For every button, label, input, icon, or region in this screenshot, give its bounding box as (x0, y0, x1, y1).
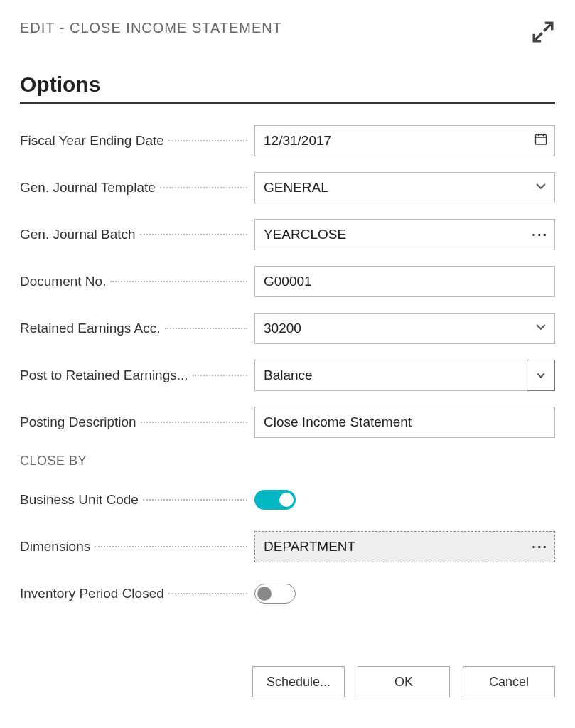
gen-journal-template-input[interactable] (254, 172, 555, 203)
label-document-no: Document No. (20, 274, 254, 289)
expand-icon[interactable] (531, 20, 555, 44)
label-gen-journal-batch: Gen. Journal Batch (20, 227, 254, 242)
label-retained-earnings-acc: Retained Earnings Acc. (20, 321, 254, 336)
business-unit-code-toggle[interactable] (254, 490, 296, 510)
label-business-unit-code: Business Unit Code (20, 492, 254, 508)
row-posting-description: Posting Description (20, 407, 555, 438)
row-retained-earnings-acc: Retained Earnings Acc. (20, 313, 555, 344)
row-fiscal-year-ending-date: Fiscal Year Ending Date (20, 125, 555, 156)
options-heading: Options (20, 73, 555, 97)
dimensions-input[interactable]: DEPARTMENT (254, 531, 555, 562)
fiscal-year-ending-date-input[interactable] (254, 125, 555, 156)
row-inventory-period-closed: Inventory Period Closed (20, 578, 555, 609)
dimensions-value: DEPARTMENT (264, 539, 355, 555)
label-fiscal-year-ending-date: Fiscal Year Ending Date (20, 133, 254, 149)
label-inventory-period-closed: Inventory Period Closed (20, 586, 254, 601)
label-post-to-retained-earnings: Post to Retained Earnings... (20, 368, 254, 383)
close-by-group-label: CLOSE BY (20, 454, 555, 469)
label-gen-journal-template: Gen. Journal Template (20, 180, 254, 196)
post-to-retained-earnings-select[interactable] (254, 360, 555, 391)
row-post-to-retained-earnings: Post to Retained Earnings... (20, 360, 555, 391)
posting-description-input[interactable] (254, 407, 555, 438)
ok-button[interactable]: OK (358, 666, 450, 697)
cancel-button[interactable]: Cancel (463, 666, 555, 697)
label-posting-description: Posting Description (20, 414, 254, 430)
inventory-period-closed-toggle[interactable] (254, 584, 296, 604)
row-gen-journal-template: Gen. Journal Template (20, 172, 555, 203)
gen-journal-batch-input[interactable] (254, 219, 555, 250)
page-title: EDIT - CLOSE INCOME STATEMENT (20, 20, 282, 36)
row-document-no: Document No. (20, 266, 555, 297)
row-dimensions: Dimensions DEPARTMENT ··· (20, 531, 555, 562)
label-dimensions: Dimensions (20, 539, 254, 555)
dialog-footer: Schedule... OK Cancel (20, 666, 555, 719)
schedule-button[interactable]: Schedule... (252, 666, 345, 697)
row-business-unit-code: Business Unit Code (20, 484, 555, 515)
section-divider (20, 102, 555, 104)
row-gen-journal-batch: Gen. Journal Batch ··· (20, 219, 555, 250)
retained-earnings-acc-input[interactable] (254, 313, 555, 344)
document-no-input[interactable] (254, 266, 555, 297)
